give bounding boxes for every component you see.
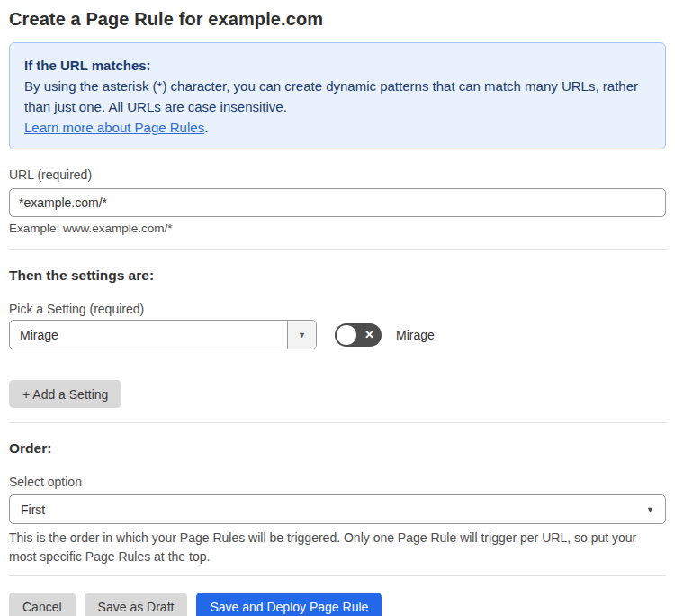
info-box-heading: If the URL matches: bbox=[24, 55, 651, 76]
url-field-label: URL (required) bbox=[9, 168, 666, 182]
url-field-helper: Example: www.example.com/* bbox=[9, 222, 666, 235]
divider bbox=[9, 575, 666, 576]
url-input[interactable] bbox=[9, 188, 666, 217]
toggle-off-x-icon: ✕ bbox=[364, 323, 374, 347]
divider bbox=[9, 249, 666, 250]
info-box-body: By using the asterisk (*) character, you… bbox=[24, 76, 651, 117]
pick-setting-label: Pick a Setting (required) bbox=[9, 302, 666, 316]
order-select[interactable]: First ▼ bbox=[9, 494, 666, 524]
url-match-info-box: If the URL matches: By using the asteris… bbox=[9, 42, 666, 149]
save-as-draft-button[interactable]: Save as Draft bbox=[85, 593, 188, 616]
info-box-link-line: Learn more about Page Rules. bbox=[24, 117, 651, 138]
order-section-heading: Order: bbox=[9, 440, 666, 457]
create-page-rule-form: Create a Page Rule for example.com If th… bbox=[0, 0, 675, 616]
settings-section-heading: Then the settings are: bbox=[9, 267, 666, 284]
setting-row: Mirage ▼ ✕ Mirage bbox=[9, 320, 666, 349]
save-and-deploy-button[interactable]: Save and Deploy Page Rule bbox=[196, 593, 382, 616]
footer-actions: Cancel Save as Draft Save and Deploy Pag… bbox=[9, 593, 666, 616]
chevron-down-icon: ▼ bbox=[298, 331, 306, 340]
chevron-down-icon: ▼ bbox=[646, 505, 654, 514]
order-select-label: Select option bbox=[9, 475, 666, 489]
toggle-label: Mirage bbox=[396, 328, 435, 342]
order-helper-text: This is the order in which your Page Rul… bbox=[9, 529, 657, 566]
page-title: Create a Page Rule for example.com bbox=[9, 9, 666, 30]
mirage-toggle[interactable]: ✕ bbox=[335, 323, 382, 347]
setting-dropdown-arrow-button[interactable]: ▼ bbox=[287, 321, 316, 349]
add-setting-button[interactable]: + Add a Setting bbox=[9, 380, 122, 408]
divider bbox=[9, 422, 666, 423]
toggle-knob bbox=[337, 325, 356, 345]
learn-more-link[interactable]: Learn more about Page Rules bbox=[24, 120, 204, 135]
cancel-button[interactable]: Cancel bbox=[9, 593, 76, 616]
setting-dropdown[interactable]: Mirage ▼ bbox=[9, 320, 317, 349]
setting-dropdown-value: Mirage bbox=[10, 321, 287, 349]
order-select-value: First bbox=[21, 503, 45, 517]
link-suffix: . bbox=[204, 120, 208, 135]
